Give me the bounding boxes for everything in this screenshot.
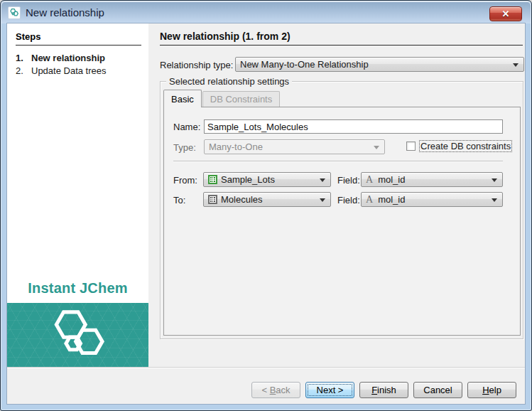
back-button: < Back: [251, 382, 300, 398]
relationship-type-select[interactable]: New Many-to-One Relationship: [235, 57, 524, 72]
to-field-value: mol_id: [378, 194, 405, 205]
settings-groupbox: Selected relationship settings Basic DB …: [160, 81, 523, 339]
create-db-constraints-checkbox[interactable]: [406, 142, 416, 151]
table-green-icon: [208, 175, 217, 184]
step-item-new-relationship: 1. New relationship: [16, 53, 105, 63]
from-label: From:: [173, 175, 197, 186]
basic-tab-panel: Name: Type: Many-to-One Create DB constr…: [163, 107, 521, 336]
step-number: 2.: [16, 65, 31, 76]
tab-db-constraints: DB Constraints: [202, 91, 280, 107]
chevron-down-icon: [320, 198, 325, 202]
step-label: Update Data trees: [31, 65, 107, 76]
from-entity-select[interactable]: Sample_Lots: [203, 172, 331, 187]
type-label: Type:: [173, 142, 196, 153]
name-label: Name:: [173, 122, 200, 132]
from-field-label: Field:: [337, 175, 360, 186]
close-icon: ✕: [502, 9, 510, 19]
to-field-label: Field:: [337, 195, 360, 206]
finish-button[interactable]: Finish: [359, 382, 408, 398]
create-db-constraints-label[interactable]: Create DB constraints: [419, 140, 512, 152]
name-input[interactable]: [204, 119, 503, 134]
steps-heading: Steps: [16, 31, 40, 42]
step-item-update-data-trees: 2. Update Data trees: [16, 65, 107, 76]
relationship-type-label: Relationship type:: [160, 60, 233, 70]
settings-group-label: Selected relationship settings: [166, 76, 292, 87]
to-label: To:: [173, 195, 185, 206]
app-logo-icon: [8, 6, 21, 19]
chevron-down-icon: [513, 63, 519, 67]
chevron-down-icon: [492, 198, 497, 202]
from-field-select[interactable]: A mol_id: [361, 172, 503, 187]
new-relationship-dialog: New relationship ✕ Steps 1. New relation…: [0, 0, 532, 411]
page-title: New relationship (1. from 2): [160, 31, 523, 46]
steps-sidebar: Steps 1. New relationship 2. Update Data…: [7, 23, 148, 367]
table-gray-icon: [208, 195, 217, 204]
close-button[interactable]: ✕: [489, 6, 522, 21]
tab-basic[interactable]: Basic: [163, 90, 202, 107]
relationship-type-value: New Many-to-One Relationship: [240, 59, 369, 70]
brand-banner: [7, 303, 148, 367]
step-label: New relationship: [31, 53, 105, 63]
type-value: Many-to-One: [209, 142, 263, 152]
steps-divider: [16, 45, 141, 46]
to-field-select[interactable]: A mol_id: [361, 192, 503, 207]
from-entity-value: Sample_Lots: [221, 174, 275, 185]
step-number: 1.: [16, 53, 31, 63]
from-field-value: mol_id: [378, 174, 405, 185]
footer-button-bar: < Back Next > Finish Cancel Help: [7, 367, 525, 404]
type-select: Many-to-One: [204, 139, 385, 154]
chevron-down-icon: [492, 178, 497, 182]
to-entity-select[interactable]: Molecules: [203, 192, 331, 207]
jchem-hexagons-logo-icon: [48, 306, 109, 363]
to-entity-value: Molecules: [221, 194, 263, 205]
next-button[interactable]: Next >: [305, 382, 354, 398]
title-bar[interactable]: New relationship ✕: [1, 1, 531, 23]
dialog-content: Steps 1. New relationship 2. Update Data…: [6, 23, 526, 405]
jchem-hexagons-icon: [9, 8, 19, 18]
chevron-down-icon: [374, 146, 379, 149]
help-button[interactable]: Help: [467, 382, 516, 398]
chevron-down-icon: [320, 178, 325, 182]
cancel-button[interactable]: Cancel: [413, 382, 462, 398]
section-divider: [173, 161, 503, 162]
text-field-type-icon: A: [366, 194, 373, 206]
wizard-main-pane: New relationship (1. from 2) Relationshi…: [148, 23, 525, 367]
settings-tabs: Basic DB Constraints: [163, 90, 280, 107]
window-title: New relationship: [26, 6, 104, 18]
brand-name: Instant JChem: [7, 280, 148, 297]
text-field-type-icon: A: [366, 174, 373, 186]
